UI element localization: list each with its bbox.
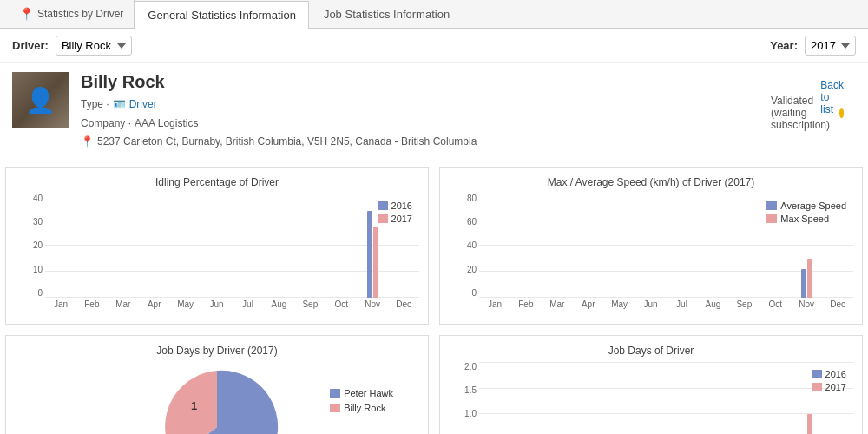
tab-logo: 📍 Statistics by Driver (9, 0, 135, 28)
address-row: 📍 5237 Carleton Ct, Burnaby, British Col… (81, 133, 856, 152)
chart-speed: Max / Average Speed (km/h) of Driver (20… (439, 167, 863, 325)
bars-speed: Average Speed Max Speed (449, 194, 853, 298)
legend-avg-speed: Average Speed (766, 201, 846, 211)
chart-idling: Idling Percentage of Driver 40 30 20 10 … (5, 167, 429, 325)
avatar: 👤 (12, 72, 69, 128)
pin-icon: 📍 (19, 7, 34, 21)
legend-billy: Billy Rock (330, 403, 393, 413)
x-axis-idling: Jan Feb Mar Apr May Jun Jul Aug Sep Oct … (45, 299, 419, 309)
status-dot (839, 108, 844, 118)
pie-label-1: 1 (191, 399, 197, 412)
s-bar-nov (791, 259, 822, 298)
company-row: Company · AAA Logistics (81, 115, 856, 134)
tabs-bar: 📍 Statistics by Driver General Statistic… (0, 0, 868, 29)
chart-job-days-area: 2.0 1.5 1.0 0.5 0.0 2016 (449, 362, 853, 434)
driver-select[interactable]: Billy Rock (56, 36, 132, 56)
driver-details: Billy Rock Type · 🪪 Driver Company · AAA… (81, 72, 856, 152)
type-row: Type · 🪪 Driver (81, 95, 856, 115)
address-text: 5237 Carleton Ct, Burnaby, British Colum… (97, 133, 477, 152)
pie-chart-area: 1 2 Peter Hawk Billy Rock (15, 362, 419, 434)
driver-name: Billy Rock (81, 72, 856, 92)
avatar-placeholder: 👤 (12, 72, 69, 128)
pie-legend: Peter Hawk Billy Rock (330, 388, 393, 413)
location-icon: 📍 (81, 133, 94, 152)
chart-idling-area: 40 30 20 10 0 2016 (15, 194, 419, 315)
legend-speed: Average Speed Max Speed (766, 201, 846, 224)
legend-max-speed: Max Speed (766, 214, 846, 224)
pie-svg: 1 2 (148, 362, 286, 434)
chart-speed-title: Max / Average Speed (km/h) of Driver (20… (449, 176, 853, 188)
tab-logo-text: Statistics by Driver (37, 8, 123, 20)
tab-general[interactable]: General Statistics Information (135, 1, 309, 29)
legend-2016: 2016 (378, 201, 412, 211)
driver-selector-row: Driver: Billy Rock Year: 2017 (0, 29, 868, 63)
validated-text: Validated (waiting subscription) (771, 95, 836, 131)
bars-idling: 2016 2017 (15, 194, 419, 298)
type-link[interactable]: Driver (129, 95, 157, 115)
year-select[interactable]: 2017 (805, 36, 856, 56)
chart-pie: Job Days by Driver (2017) 1 2 Peter Hawk (5, 335, 429, 434)
chart-idling-title: Idling Percentage of Driver (15, 176, 419, 188)
charts-grid: Idling Percentage of Driver 40 30 20 10 … (0, 161, 868, 434)
tab-job[interactable]: Job Statistics Information (311, 0, 463, 28)
type-icon: 🪪 (113, 95, 126, 115)
chart-pie-title: Job Days by Driver (2017) (15, 345, 419, 357)
driver-info-panel: 👤 Billy Rock Type · 🪪 Driver Company · A… (0, 63, 868, 161)
x-axis-speed: Jan Feb Mar Apr May Jun Jul Aug Sep Oct … (479, 299, 853, 309)
driver-meta: Type · 🪪 Driver Company · AAA Logistics … (81, 95, 856, 152)
chart-job-days: Job Days of Driver 2.0 1.5 1.0 0.5 0.0 (439, 335, 863, 434)
legend-job-2016: 2016 (812, 369, 846, 379)
legend-job: 2016 2017 (812, 369, 846, 392)
validated-status: Validated (waiting subscription) (771, 95, 844, 131)
driver-selector-left: Driver: Billy Rock (12, 36, 132, 56)
chart-job-days-title: Job Days of Driver (449, 345, 853, 357)
bars-job: 2016 2017 (449, 362, 853, 434)
bar-nov-idling (357, 211, 388, 298)
year-label: Year: (770, 39, 798, 52)
legend-peter: Peter Hawk (330, 388, 393, 398)
company-value: AAA Logistics (135, 115, 198, 134)
j-bar-nov (791, 414, 822, 434)
legend-job-2017: 2017 (812, 382, 846, 392)
chart-speed-area: 80 60 40 20 0 Average Speed (449, 194, 853, 315)
driver-label: Driver: (12, 39, 49, 52)
year-selector-right: Year: 2017 (770, 36, 856, 56)
